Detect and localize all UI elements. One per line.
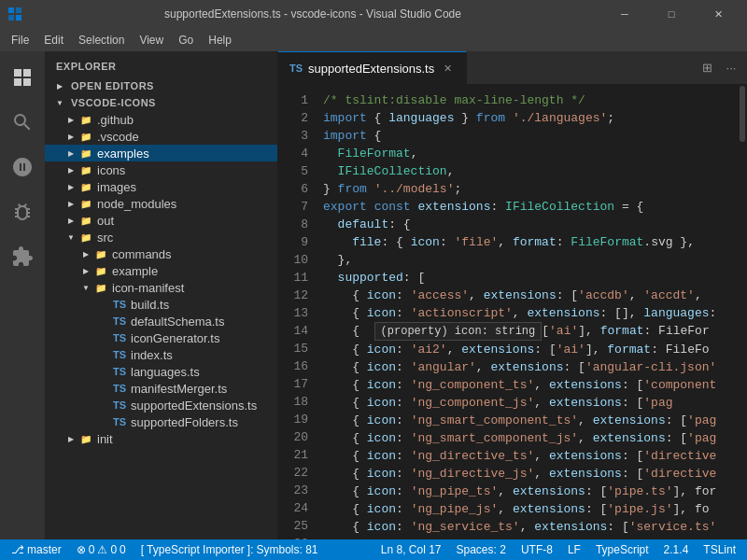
tree-item-images[interactable]: 📁 images <box>45 178 277 195</box>
folder-icon: 📁 <box>78 112 93 127</box>
line-ending[interactable]: LF <box>564 539 585 560</box>
build-label: build.ts <box>131 298 277 312</box>
example-label: example <box>112 264 277 278</box>
tab-close-button[interactable]: ✕ <box>440 61 455 76</box>
spaces-text: Spaces: 2 <box>457 543 506 556</box>
no-arrow <box>97 364 112 379</box>
supportedextensions-label: supportedExtensions.ts <box>131 399 277 413</box>
git-branch[interactable]: ⎇ master <box>7 539 65 560</box>
ts-importer[interactable]: [ TypeScript Importer ]: Symbols: 81 <box>137 539 322 560</box>
split-editor-button[interactable]: ⊞ <box>697 58 717 78</box>
menu-file[interactable]: File <box>4 28 36 51</box>
icons-arrow <box>63 162 78 177</box>
encoding[interactable]: UTF-8 <box>517 539 557 560</box>
folder-icon: 📁 <box>78 431 93 446</box>
open-editors-arrow <box>52 78 67 93</box>
examples-arrow <box>63 146 78 161</box>
line-ending-text: LF <box>568 543 581 556</box>
code-editor: 12345 678910 1112131415 1617181920 21222… <box>278 84 747 539</box>
tree-item-init[interactable]: 📁 init <box>45 430 277 447</box>
error-count[interactable]: ⊗ 0 ⚠ 0 0 <box>73 539 130 560</box>
more-actions-button[interactable]: ··· <box>721 58 741 78</box>
tree-item-manifestmerger[interactable]: TS manifestMerger.ts <box>45 380 277 397</box>
folder-icon: 📁 <box>78 129 93 144</box>
git-icon: ⎇ <box>11 543 24 556</box>
vscode-icons-label: VSCODE-ICONS <box>71 97 277 108</box>
editor-area: TS supportedExtensions.ts ✕ ⊞ ··· 12345 … <box>278 51 747 539</box>
defaultschema-label: defaultSchema.ts <box>131 315 277 329</box>
example-arrow <box>78 263 93 278</box>
code-content[interactable]: /* tslint:disable max-line-length */ imp… <box>316 84 738 539</box>
tree-item-example[interactable]: 📁 example <box>45 262 277 279</box>
activity-search[interactable] <box>0 100 45 145</box>
cursor-position[interactable]: Ln 8, Col 17 <box>377 539 445 560</box>
close-button[interactable]: ✕ <box>697 0 740 28</box>
section-open-editors[interactable]: OPEN EDITORS <box>45 77 277 94</box>
main-layout: EXPLORER OPEN EDITORS VSCODE-ICONS 📁 .gi… <box>0 51 747 539</box>
activity-extensions[interactable] <box>0 234 45 279</box>
error-num: 0 <box>89 543 95 556</box>
tab-actions: ⊞ ··· <box>697 51 747 84</box>
tree-item-build[interactable]: TS build.ts <box>45 296 277 313</box>
warning-num: 0 <box>110 543 117 556</box>
tree-item-commands[interactable]: 📁 commands <box>45 245 277 262</box>
tab-supported-extensions[interactable]: TS supportedExtensions.ts ✕ <box>278 51 467 84</box>
folder-icon: 📁 <box>78 146 93 161</box>
commands-label: commands <box>112 247 277 261</box>
activity-explorer[interactable] <box>0 55 45 100</box>
menu-help[interactable]: Help <box>201 28 239 51</box>
activity-debug[interactable] <box>0 189 45 234</box>
init-arrow <box>63 431 78 446</box>
out-label: out <box>97 214 277 228</box>
symbols-count: Symbols: 81 <box>256 543 317 556</box>
folder-icon: 📁 <box>93 263 108 278</box>
tree-item-node-modules[interactable]: 📁 node_modules <box>45 195 277 212</box>
ts-file-icon: TS <box>112 347 127 362</box>
tree-item-github[interactable]: 📁 .github <box>45 111 277 128</box>
activity-git[interactable] <box>0 145 45 189</box>
no-arrow <box>97 297 112 312</box>
no-arrow <box>97 414 112 429</box>
folder-icon: 📁 <box>93 246 108 261</box>
language-mode[interactable]: TypeScript <box>592 539 653 560</box>
tree-item-out[interactable]: 📁 out <box>45 212 277 229</box>
menu-go[interactable]: Go <box>171 28 201 51</box>
tree-item-languages[interactable]: TS languages.ts <box>45 363 277 380</box>
indent[interactable]: Spaces: 2 <box>453 539 510 560</box>
ts-file-icon: TS <box>112 364 127 379</box>
ts-file-icon: TS <box>112 398 127 413</box>
tree-item-src[interactable]: 📁 src <box>45 229 277 245</box>
info-num: 0 <box>120 543 126 556</box>
section-vscode-icons[interactable]: VSCODE-ICONS <box>45 94 277 111</box>
tree-item-icons[interactable]: 📁 icons <box>45 161 277 178</box>
activity-bar <box>0 51 45 539</box>
tree-item-icon-manifest[interactable]: 📁 icon-manifest <box>45 279 277 296</box>
vertical-scrollbar[interactable] <box>738 84 747 539</box>
status-bar: ⎇ master ⊗ 0 ⚠ 0 0 [ TypeScript Importer… <box>0 539 747 560</box>
tree-item-examples[interactable]: 📁 examples <box>45 145 277 161</box>
language-text: TypeScript <box>596 543 649 556</box>
ts-version[interactable]: 2.1.4 <box>660 539 693 560</box>
icongenerator-label: iconGenerator.ts <box>131 331 277 345</box>
tree-item-vscode[interactable]: 📁 .vscode <box>45 128 277 145</box>
menu-edit[interactable]: Edit <box>36 28 71 51</box>
scrollbar-thumb[interactable] <box>740 86 745 142</box>
maximize-button[interactable]: □ <box>650 0 693 28</box>
tree-item-defaultschema[interactable]: TS defaultSchema.ts <box>45 313 277 329</box>
menu-view[interactable]: View <box>132 28 171 51</box>
minimize-button[interactable]: ─ <box>603 0 646 28</box>
tslint[interactable]: TSLint <box>699 539 740 560</box>
tree-item-index[interactable]: TS index.ts <box>45 346 277 363</box>
importer-label: [ <box>141 543 144 556</box>
src-label: src <box>97 231 277 245</box>
svg-rect-3 <box>16 15 21 21</box>
importer-label2: ]: <box>247 543 254 556</box>
title-text: supportedExtensions.ts - vscode-icons - … <box>28 7 598 21</box>
tree-item-supportedextensions[interactable]: TS supportedExtensions.ts <box>45 397 277 413</box>
menu-selection[interactable]: Selection <box>71 28 132 51</box>
tree-item-supportedfolders[interactable]: TS supportedFolders.ts <box>45 413 277 430</box>
tree-item-icongenerator[interactable]: TS iconGenerator.ts <box>45 329 277 346</box>
title-bar: supportedExtensions.ts - vscode-icons - … <box>0 0 747 28</box>
encoding-text: UTF-8 <box>521 543 553 556</box>
languages-label: languages.ts <box>131 365 277 379</box>
